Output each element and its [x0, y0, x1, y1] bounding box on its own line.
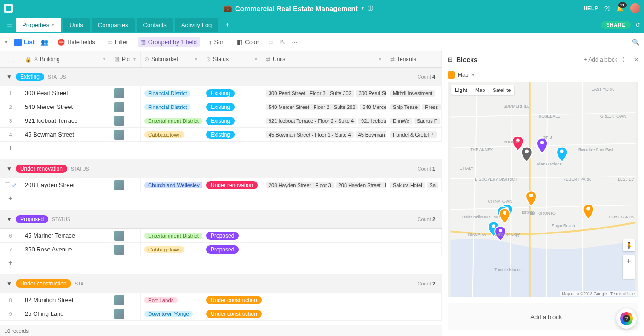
- group-button[interactable]: ▦ Grouped by 1 field: [138, 37, 200, 47]
- hide-fields-button[interactable]: ⛔ Hide fields: [55, 37, 98, 47]
- row-number[interactable]: 8: [0, 293, 21, 307]
- view-switcher-icon[interactable]: ▾: [5, 39, 8, 46]
- cell-building[interactable]: 82 Munition Street: [21, 293, 110, 307]
- pegman-icon[interactable]: 🧍: [623, 239, 635, 251]
- cell-submarket[interactable]: Financial District: [141, 100, 202, 114]
- row-number[interactable]: 1: [0, 86, 21, 100]
- row-number[interactable]: 2: [0, 100, 21, 114]
- linked-record-chip[interactable]: 540 Merce: [360, 104, 386, 110]
- cell-building[interactable]: 45 Mariner Terrace: [21, 229, 110, 242]
- collapse-icon[interactable]: ▼: [6, 280, 12, 287]
- cell-units[interactable]: [262, 293, 386, 307]
- linked-record-chip[interactable]: Sakura Hotel: [390, 182, 425, 188]
- cell-tenants[interactable]: [386, 307, 442, 320]
- cell-pic[interactable]: [110, 243, 141, 256]
- cell-status[interactable]: Existing: [202, 114, 262, 127]
- tab-companies[interactable]: Companies: [92, 18, 135, 32]
- map-type-map[interactable]: Map: [472, 85, 489, 95]
- map-block-label[interactable]: Map: [458, 72, 468, 78]
- filter-button[interactable]: ☰ Filter: [104, 37, 131, 47]
- notifications-button[interactable]: 🔔 11: [616, 5, 624, 12]
- linked-record-chip[interactable]: 300 Pearl St: [356, 90, 386, 97]
- row-number[interactable]: 3: [0, 114, 21, 127]
- column-status[interactable]: ⊙Status▼: [202, 51, 262, 67]
- add-tab-button[interactable]: ＋: [220, 21, 235, 29]
- close-icon[interactable]: ✕: [634, 57, 638, 63]
- sort-button[interactable]: ↕ Sort: [206, 37, 228, 47]
- share-view-icon[interactable]: ⇱: [280, 39, 285, 46]
- search-icon[interactable]: 🔍: [632, 39, 639, 46]
- history-icon[interactable]: ↺: [635, 22, 640, 28]
- view-button[interactable]: List: [14, 39, 34, 46]
- group-header-construction[interactable]: ▼ Under construction STAT Count2: [0, 274, 442, 293]
- cell-building[interactable]: 300 Pearl Street: [21, 86, 110, 100]
- table-row[interactable]: 7 350 Rose Avenue Cabbagetown Proposed: [0, 243, 442, 256]
- cell-tenants[interactable]: [386, 243, 442, 256]
- share-button[interactable]: SHARE: [601, 21, 631, 29]
- row-number[interactable]: 7: [0, 243, 21, 256]
- group-header-existing[interactable]: ▼ Existing STATUS Count4: [0, 67, 442, 86]
- user-avatar[interactable]: [630, 3, 640, 13]
- linked-record-chip[interactable]: Handel & Gretel P: [390, 131, 437, 138]
- cell-units[interactable]: 300 Pearl Street - Floor 3 - Suite 30230…: [262, 86, 386, 100]
- zoom-in-button[interactable]: +: [623, 255, 635, 267]
- table-row[interactable]: 8 82 Munition Street Port Lands Under co…: [0, 293, 442, 307]
- column-building[interactable]: 🔒ABuilding▼: [21, 51, 110, 67]
- cell-units[interactable]: 45 Bowman Street - Floor 1 - Suite 445 B…: [262, 128, 386, 141]
- linked-record-chip[interactable]: Mithril Investment: [390, 90, 435, 97]
- expand-icon[interactable]: ⛶: [623, 57, 628, 63]
- cell-building[interactable]: 350 Rose Avenue: [21, 243, 110, 256]
- cell-pic[interactable]: [110, 293, 141, 307]
- cell-status[interactable]: Under construction: [202, 307, 262, 320]
- column-pic[interactable]: 🖼Pic▼: [110, 51, 141, 67]
- column-units[interactable]: ⇄Units▼: [262, 51, 386, 67]
- map-type-light[interactable]: Light: [451, 85, 472, 95]
- cell-pic[interactable]: [110, 100, 141, 114]
- linked-record-chip[interactable]: 208 Hayden Street - F: [336, 182, 386, 188]
- cell-building[interactable]: 45 Bowman Street: [21, 128, 110, 141]
- add-block-link[interactable]: + Add a block: [584, 57, 617, 63]
- cell-pic[interactable]: [110, 114, 141, 127]
- cell-submarket[interactable]: Cabbagetown: [141, 128, 202, 141]
- info-icon[interactable]: ⓘ: [368, 5, 373, 12]
- cell-tenants[interactable]: [386, 293, 442, 307]
- linked-record-chip[interactable]: 45 Bowman Street - Floor 1 - Suite 4: [266, 131, 354, 138]
- add-row-button[interactable]: +: [0, 142, 442, 154]
- people-icon[interactable]: 👥: [41, 39, 48, 46]
- row-number[interactable]: 4: [0, 128, 21, 141]
- cell-building[interactable]: 25 Ching Lane: [21, 307, 110, 320]
- group-header-renovation[interactable]: ▼ Under renovation STATUS Count1: [0, 159, 442, 178]
- cell-building[interactable]: 208 Hayden Street: [21, 178, 110, 192]
- cell-units[interactable]: 540 Mercer Street - Floor 2 - Suite 2025…: [262, 100, 386, 114]
- row-height-icon[interactable]: ☳: [268, 39, 274, 46]
- chevron-down-icon[interactable]: ▼: [471, 73, 475, 77]
- cell-tenants[interactable]: Snip TeasePress: [386, 100, 442, 114]
- cell-status[interactable]: Under renovation: [202, 178, 262, 192]
- linked-record-chip[interactable]: 540 Mercer Street - Floor 2 - Suite 202: [266, 104, 358, 110]
- cell-pic[interactable]: [110, 229, 141, 242]
- add-row-button[interactable]: +: [0, 256, 442, 269]
- cell-units[interactable]: [262, 243, 386, 256]
- cell-status[interactable]: Proposed: [202, 229, 262, 242]
- linked-record-chip[interactable]: Snip Tease: [390, 104, 420, 110]
- linked-record-chip[interactable]: 921 Iceboat Terrace - Floor 2 - Suite 4: [266, 118, 356, 124]
- collapse-icon[interactable]: ▼: [6, 74, 12, 80]
- cell-submarket[interactable]: Church and Wellesley: [141, 178, 202, 192]
- row-number[interactable]: 6: [0, 229, 21, 242]
- map[interactable]: EAST YORKSUMMERHILLROSEDALEGREEKTOWNYORK…: [448, 82, 638, 297]
- column-tenants[interactable]: ⇄Tenants: [386, 51, 442, 67]
- cell-submarket[interactable]: Downtown Yonge: [141, 307, 202, 320]
- collapse-icon[interactable]: ▼: [6, 216, 12, 222]
- tab-activity-log[interactable]: Activity Log: [175, 18, 218, 32]
- linked-record-chip[interactable]: 208 Hayden Street - Floor 3: [266, 182, 334, 188]
- cell-submarket[interactable]: Port Lands: [141, 293, 202, 307]
- title-dropdown-icon[interactable]: ▼: [361, 6, 365, 11]
- add-row-button[interactable]: +: [0, 192, 442, 205]
- expand-record-icon[interactable]: ⤢: [12, 182, 17, 188]
- cell-tenants[interactable]: Handel & Gretel P: [386, 128, 442, 141]
- table-row[interactable]: 9 25 Ching Lane Downtown Yonge Under con…: [0, 307, 442, 321]
- cell-tenants[interactable]: [386, 229, 442, 242]
- table-row[interactable]: 1 300 Pearl Street Financial District Ex…: [0, 86, 442, 100]
- cell-status[interactable]: Proposed: [202, 243, 262, 256]
- cell-status[interactable]: Existing: [202, 100, 262, 114]
